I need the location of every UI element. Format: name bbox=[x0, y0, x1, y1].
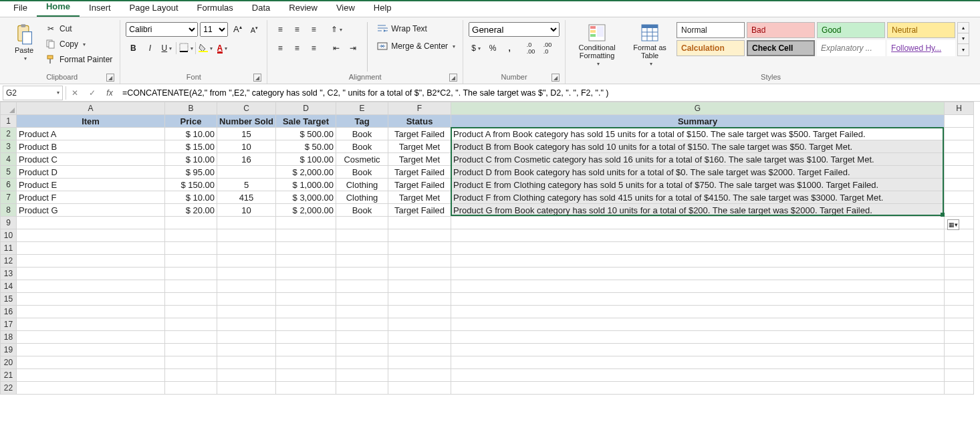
cell-empty-20-5[interactable] bbox=[388, 356, 451, 369]
cell-D6[interactable]: $ 1,000.00 bbox=[276, 179, 336, 191]
cell-empty-14-6[interactable] bbox=[451, 280, 945, 293]
cell-F5[interactable]: Target Failed bbox=[388, 166, 451, 179]
comma-format-button[interactable]: , bbox=[502, 41, 517, 56]
cell-empty-13-3[interactable] bbox=[276, 268, 336, 280]
cell-empty-10-2[interactable] bbox=[217, 229, 276, 242]
cell-C3[interactable]: 10 bbox=[217, 140, 276, 153]
cell-empty-22-2[interactable] bbox=[217, 382, 276, 395]
row-header-1[interactable]: 1 bbox=[1, 115, 17, 128]
cell-empty-11-7[interactable] bbox=[945, 242, 974, 255]
underline-button[interactable]: U bbox=[159, 41, 174, 56]
cell-empty-17-3[interactable] bbox=[276, 318, 336, 331]
copy-button[interactable]: Copy bbox=[43, 37, 114, 51]
cell-empty-17-2[interactable] bbox=[217, 318, 276, 331]
cell-H5[interactable] bbox=[945, 166, 974, 179]
cell-empty-17-7[interactable] bbox=[945, 318, 974, 331]
menu-insert[interactable]: Insert bbox=[80, 0, 120, 17]
cell-C5[interactable] bbox=[217, 166, 276, 179]
cell-F6[interactable]: Target Failed bbox=[388, 179, 451, 191]
col-header-H[interactable]: H bbox=[945, 102, 974, 115]
cell-H1[interactable] bbox=[945, 115, 974, 128]
cell-empty-19-7[interactable] bbox=[945, 344, 974, 356]
cell-E2[interactable]: Book bbox=[336, 128, 388, 140]
cell-G1[interactable]: Summary bbox=[451, 115, 945, 128]
cell-G3[interactable]: Product B from Book category has sold 10… bbox=[451, 140, 945, 153]
cell-empty-12-2[interactable] bbox=[217, 255, 276, 268]
row-header-11[interactable]: 11 bbox=[1, 242, 17, 255]
cell-empty-20-1[interactable] bbox=[165, 356, 217, 369]
conditional-formatting-button[interactable]: Conditional Formatting bbox=[571, 22, 623, 68]
align-middle-button[interactable]: ≡ bbox=[289, 22, 304, 37]
row-header-13[interactable]: 13 bbox=[1, 268, 17, 280]
cell-empty-19-2[interactable] bbox=[217, 344, 276, 356]
merge-center-button[interactable]: Merge & Center bbox=[374, 39, 457, 53]
cell-empty-21-7[interactable] bbox=[945, 369, 974, 382]
col-header-D[interactable]: D bbox=[276, 102, 336, 115]
col-header-E[interactable]: E bbox=[336, 102, 388, 115]
cell-E5[interactable]: Book bbox=[336, 166, 388, 179]
cell-empty-12-5[interactable] bbox=[388, 255, 451, 268]
menu-data[interactable]: Data bbox=[243, 0, 279, 17]
cell-empty-16-5[interactable] bbox=[388, 306, 451, 318]
cell-empty-12-4[interactable] bbox=[336, 255, 388, 268]
cell-F4[interactable]: Target Met bbox=[388, 153, 451, 166]
cell-empty-10-1[interactable] bbox=[165, 229, 217, 242]
cell-empty-21-2[interactable] bbox=[217, 369, 276, 382]
cell-F3[interactable]: Target Met bbox=[388, 140, 451, 153]
menu-help[interactable]: Help bbox=[364, 0, 401, 17]
cell-empty-10-5[interactable] bbox=[388, 229, 451, 242]
formula-bar-input[interactable] bbox=[118, 86, 980, 100]
row-header-5[interactable]: 5 bbox=[1, 166, 17, 179]
cell-empty-9-1[interactable] bbox=[165, 217, 217, 229]
cell-empty-14-4[interactable] bbox=[336, 280, 388, 293]
row-header-12[interactable]: 12 bbox=[1, 255, 17, 268]
worksheet-grid[interactable]: A B C D E F G H 1ItemPriceNumber SoldSal… bbox=[0, 102, 980, 395]
cell-empty-11-5[interactable] bbox=[388, 242, 451, 255]
cell-empty-12-1[interactable] bbox=[165, 255, 217, 268]
cell-empty-15-3[interactable] bbox=[276, 293, 336, 306]
italic-button[interactable]: I bbox=[142, 41, 157, 56]
name-box[interactable]: G2 ▾ bbox=[3, 86, 63, 100]
cell-empty-11-3[interactable] bbox=[276, 242, 336, 255]
col-header-F[interactable]: F bbox=[388, 102, 451, 115]
cell-empty-21-6[interactable] bbox=[451, 369, 945, 382]
cell-C6[interactable]: 5 bbox=[217, 179, 276, 191]
style-good[interactable]: Good bbox=[817, 22, 885, 38]
cell-empty-12-7[interactable] bbox=[945, 255, 974, 268]
cell-empty-17-0[interactable] bbox=[17, 318, 165, 331]
cell-E1[interactable]: Tag bbox=[336, 115, 388, 128]
cell-empty-19-1[interactable] bbox=[165, 344, 217, 356]
style-neutral[interactable]: Neutral bbox=[887, 22, 955, 38]
row-header-16[interactable]: 16 bbox=[1, 306, 17, 318]
cell-empty-15-0[interactable] bbox=[17, 293, 165, 306]
cell-E4[interactable]: Cosmetic bbox=[336, 153, 388, 166]
cell-empty-10-0[interactable] bbox=[17, 229, 165, 242]
row-header-7[interactable]: 7 bbox=[1, 191, 17, 204]
cell-empty-17-1[interactable] bbox=[165, 318, 217, 331]
font-color-button[interactable]: A bbox=[215, 41, 229, 56]
cell-empty-12-6[interactable] bbox=[451, 255, 945, 268]
percent-format-button[interactable]: % bbox=[485, 41, 500, 56]
align-left-button[interactable]: ≡ bbox=[273, 41, 287, 56]
cell-C1[interactable]: Number Sold bbox=[217, 115, 276, 128]
cell-empty-10-3[interactable] bbox=[276, 229, 336, 242]
align-right-button[interactable]: ≡ bbox=[306, 41, 321, 56]
name-box-dropdown-icon[interactable]: ▾ bbox=[57, 90, 59, 96]
cell-empty-14-0[interactable] bbox=[17, 280, 165, 293]
menu-home[interactable]: Home bbox=[37, 0, 80, 17]
cell-E3[interactable]: Book bbox=[336, 140, 388, 153]
font-size-select[interactable]: 11 bbox=[200, 22, 228, 37]
style-bad[interactable]: Bad bbox=[747, 22, 815, 38]
cell-empty-12-3[interactable] bbox=[276, 255, 336, 268]
cell-G2[interactable]: Product A from Book category has sold 15… bbox=[451, 128, 945, 140]
cell-empty-18-6[interactable] bbox=[451, 331, 945, 344]
cell-empty-18-7[interactable] bbox=[945, 331, 974, 344]
cell-empty-20-0[interactable] bbox=[17, 356, 165, 369]
cell-F1[interactable]: Status bbox=[388, 115, 451, 128]
cell-empty-18-0[interactable] bbox=[17, 331, 165, 344]
cell-empty-21-3[interactable] bbox=[276, 369, 336, 382]
cell-empty-22-6[interactable] bbox=[451, 382, 945, 395]
cell-C2[interactable]: 15 bbox=[217, 128, 276, 140]
cell-empty-18-4[interactable] bbox=[336, 331, 388, 344]
cell-empty-9-2[interactable] bbox=[217, 217, 276, 229]
